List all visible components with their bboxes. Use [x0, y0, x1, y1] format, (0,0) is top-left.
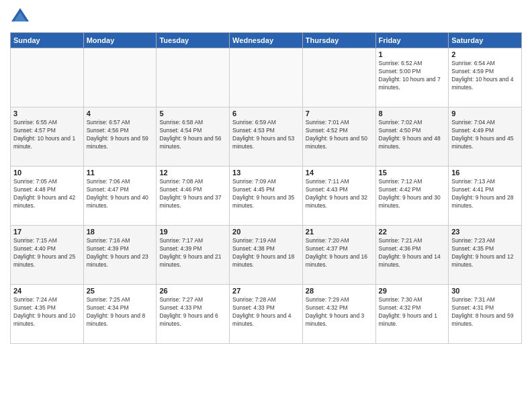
- day-number: 5: [159, 109, 226, 118]
- day-number: 2: [451, 50, 519, 58]
- calendar-cell: 17Sunrise: 7:15 AM Sunset: 4:40 PM Dayli…: [11, 226, 84, 285]
- calendar-week-row: 24Sunrise: 7:24 AM Sunset: 4:35 PM Dayli…: [11, 285, 522, 344]
- day-info: Sunrise: 7:19 AM Sunset: 4:38 PM Dayligh…: [232, 237, 300, 269]
- header: [10, 7, 522, 27]
- day-number: 25: [87, 287, 154, 295]
- calendar-cell: 19Sunrise: 7:17 AM Sunset: 4:39 PM Dayli…: [157, 226, 230, 285]
- calendar-cell: [230, 48, 303, 107]
- day-info: Sunrise: 7:21 AM Sunset: 4:36 PM Dayligh…: [379, 237, 446, 269]
- day-info: Sunrise: 7:06 AM Sunset: 4:47 PM Dayligh…: [87, 178, 154, 210]
- calendar-cell: 6Sunrise: 6:59 AM Sunset: 4:53 PM Daylig…: [230, 107, 303, 167]
- calendar-day-header: Saturday: [449, 33, 522, 48]
- calendar-cell: 27Sunrise: 7:28 AM Sunset: 4:33 PM Dayli…: [230, 285, 303, 344]
- calendar-cell: 29Sunrise: 7:30 AM Sunset: 4:32 PM Dayli…: [375, 285, 449, 344]
- calendar-cell: 11Sunrise: 7:06 AM Sunset: 4:47 PM Dayli…: [83, 167, 157, 226]
- day-info: Sunrise: 7:02 AM Sunset: 4:50 PM Dayligh…: [379, 119, 446, 151]
- calendar-cell: 18Sunrise: 7:16 AM Sunset: 4:39 PM Dayli…: [83, 226, 157, 285]
- calendar-cell: [11, 48, 84, 107]
- calendar-cell: [302, 48, 375, 107]
- calendar-week-row: 1Sunrise: 6:52 AM Sunset: 5:00 PM Daylig…: [11, 48, 522, 107]
- calendar-cell: 14Sunrise: 7:11 AM Sunset: 4:43 PM Dayli…: [302, 167, 375, 226]
- day-info: Sunrise: 7:30 AM Sunset: 4:32 PM Dayligh…: [379, 296, 446, 328]
- day-number: 19: [159, 228, 226, 236]
- day-number: 6: [232, 109, 300, 118]
- calendar-day-header: Wednesday: [230, 33, 303, 48]
- day-number: 27: [232, 287, 300, 295]
- day-number: 30: [451, 287, 519, 295]
- day-number: 21: [306, 228, 373, 236]
- day-info: Sunrise: 7:09 AM Sunset: 4:45 PM Dayligh…: [232, 178, 300, 210]
- calendar-cell: 2Sunrise: 6:54 AM Sunset: 4:59 PM Daylig…: [449, 48, 522, 107]
- day-info: Sunrise: 7:11 AM Sunset: 4:43 PM Dayligh…: [306, 178, 373, 210]
- logo-icon: [10, 7, 30, 27]
- day-info: Sunrise: 7:28 AM Sunset: 4:33 PM Dayligh…: [232, 296, 300, 328]
- calendar-cell: 20Sunrise: 7:19 AM Sunset: 4:38 PM Dayli…: [230, 226, 303, 285]
- day-number: 12: [159, 169, 226, 177]
- calendar-cell: 12Sunrise: 7:08 AM Sunset: 4:46 PM Dayli…: [157, 167, 230, 226]
- calendar-cell: 30Sunrise: 7:31 AM Sunset: 4:31 PM Dayli…: [449, 285, 522, 344]
- calendar-cell: 3Sunrise: 6:55 AM Sunset: 4:57 PM Daylig…: [11, 107, 84, 167]
- calendar-cell: 21Sunrise: 7:20 AM Sunset: 4:37 PM Dayli…: [302, 226, 375, 285]
- day-info: Sunrise: 7:27 AM Sunset: 4:33 PM Dayligh…: [159, 296, 226, 328]
- day-number: 18: [87, 228, 154, 236]
- day-number: 29: [379, 287, 446, 295]
- calendar-cell: 7Sunrise: 7:01 AM Sunset: 4:52 PM Daylig…: [302, 107, 375, 167]
- day-info: Sunrise: 7:23 AM Sunset: 4:35 PM Dayligh…: [451, 237, 519, 269]
- calendar-week-row: 3Sunrise: 6:55 AM Sunset: 4:57 PM Daylig…: [11, 107, 522, 167]
- calendar-cell: 26Sunrise: 7:27 AM Sunset: 4:33 PM Dayli…: [157, 285, 230, 344]
- calendar-week-row: 10Sunrise: 7:05 AM Sunset: 4:48 PM Dayli…: [11, 167, 522, 226]
- calendar-day-header: Monday: [83, 33, 157, 48]
- day-number: 1: [379, 50, 446, 58]
- day-info: Sunrise: 6:52 AM Sunset: 5:00 PM Dayligh…: [379, 60, 446, 92]
- calendar-day-header: Thursday: [302, 33, 375, 48]
- calendar-cell: 23Sunrise: 7:23 AM Sunset: 4:35 PM Dayli…: [449, 226, 522, 285]
- calendar-cell: 8Sunrise: 7:02 AM Sunset: 4:50 PM Daylig…: [375, 107, 449, 167]
- calendar-cell: [83, 48, 157, 107]
- calendar: SundayMondayTuesdayWednesdayThursdayFrid…: [10, 32, 522, 344]
- calendar-cell: 22Sunrise: 7:21 AM Sunset: 4:36 PM Dayli…: [375, 226, 449, 285]
- day-info: Sunrise: 7:24 AM Sunset: 4:35 PM Dayligh…: [13, 296, 81, 328]
- calendar-body: 1Sunrise: 6:52 AM Sunset: 5:00 PM Daylig…: [11, 48, 522, 344]
- day-info: Sunrise: 6:57 AM Sunset: 4:56 PM Dayligh…: [87, 119, 154, 151]
- calendar-cell: 24Sunrise: 7:24 AM Sunset: 4:35 PM Dayli…: [11, 285, 84, 344]
- calendar-cell: 1Sunrise: 6:52 AM Sunset: 5:00 PM Daylig…: [375, 48, 449, 107]
- calendar-cell: 25Sunrise: 7:25 AM Sunset: 4:34 PM Dayli…: [83, 285, 157, 344]
- day-number: 22: [379, 228, 446, 236]
- calendar-cell: 16Sunrise: 7:13 AM Sunset: 4:41 PM Dayli…: [449, 167, 522, 226]
- day-info: Sunrise: 7:01 AM Sunset: 4:52 PM Dayligh…: [306, 119, 373, 151]
- day-number: 9: [451, 109, 519, 118]
- day-info: Sunrise: 7:29 AM Sunset: 4:32 PM Dayligh…: [306, 296, 373, 328]
- day-info: Sunrise: 7:17 AM Sunset: 4:39 PM Dayligh…: [159, 237, 226, 269]
- calendar-week-row: 17Sunrise: 7:15 AM Sunset: 4:40 PM Dayli…: [11, 226, 522, 285]
- day-number: 26: [159, 287, 226, 295]
- day-number: 20: [232, 228, 300, 236]
- day-number: 16: [451, 169, 519, 177]
- day-number: 17: [13, 228, 81, 236]
- day-info: Sunrise: 7:08 AM Sunset: 4:46 PM Dayligh…: [159, 178, 226, 210]
- day-info: Sunrise: 6:54 AM Sunset: 4:59 PM Dayligh…: [451, 60, 519, 92]
- calendar-cell: 5Sunrise: 6:58 AM Sunset: 4:54 PM Daylig…: [157, 107, 230, 167]
- calendar-cell: 10Sunrise: 7:05 AM Sunset: 4:48 PM Dayli…: [11, 167, 84, 226]
- day-number: 23: [451, 228, 519, 236]
- day-number: 15: [379, 169, 446, 177]
- day-info: Sunrise: 6:58 AM Sunset: 4:54 PM Dayligh…: [159, 119, 226, 151]
- calendar-cell: 9Sunrise: 7:04 AM Sunset: 4:49 PM Daylig…: [449, 107, 522, 167]
- calendar-header-row: SundayMondayTuesdayWednesdayThursdayFrid…: [11, 33, 522, 48]
- day-info: Sunrise: 7:12 AM Sunset: 4:42 PM Dayligh…: [379, 178, 446, 210]
- day-number: 3: [13, 109, 81, 118]
- day-number: 13: [232, 169, 300, 177]
- page: SundayMondayTuesdayWednesdayThursdayFrid…: [0, 0, 532, 411]
- calendar-cell: 13Sunrise: 7:09 AM Sunset: 4:45 PM Dayli…: [230, 167, 303, 226]
- day-info: Sunrise: 7:31 AM Sunset: 4:31 PM Dayligh…: [451, 296, 519, 328]
- day-number: 14: [306, 169, 373, 177]
- day-number: 28: [306, 287, 373, 295]
- calendar-day-header: Tuesday: [157, 33, 230, 48]
- day-info: Sunrise: 6:59 AM Sunset: 4:53 PM Dayligh…: [232, 119, 300, 151]
- day-number: 11: [87, 169, 154, 177]
- day-info: Sunrise: 6:55 AM Sunset: 4:57 PM Dayligh…: [13, 119, 81, 151]
- day-number: 24: [13, 287, 81, 295]
- logo: [10, 7, 33, 27]
- day-info: Sunrise: 7:05 AM Sunset: 4:48 PM Dayligh…: [13, 178, 81, 210]
- day-number: 4: [87, 109, 154, 118]
- calendar-cell: [157, 48, 230, 107]
